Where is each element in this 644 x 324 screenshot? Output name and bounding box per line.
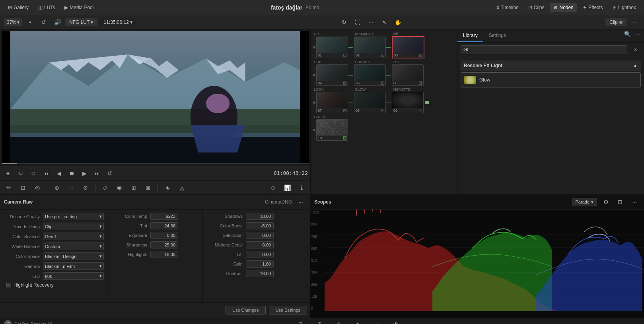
clear-search-icon[interactable]: ✕ <box>630 45 641 54</box>
search-icon[interactable]: 🔍 <box>622 29 633 39</box>
nav-luts[interactable]: ◫ LUTs <box>34 3 59 12</box>
highlights-value[interactable]: -18.00 <box>150 251 178 258</box>
bottom-tool-4[interactable]: ✦ <box>352 319 363 324</box>
timecode-display-secondary[interactable]: 11:35:06:12 ▾ <box>100 18 137 26</box>
grid-tool[interactable]: ⊞ <box>127 182 140 194</box>
gain-value[interactable]: 1.80 <box>246 260 274 268</box>
prev-btn[interactable]: ◀ <box>53 168 64 179</box>
pen-tool[interactable]: ✏ <box>2 182 15 194</box>
scope-tool[interactable]: 📊 <box>281 182 294 194</box>
node-04[interactable]: 04 ⏱ <box>316 64 348 86</box>
color-temp-value[interactable]: 6223 <box>150 213 178 220</box>
use-changes-btn[interactable]: Use Changes <box>226 306 266 314</box>
info-tool[interactable]: ℹ <box>295 182 308 194</box>
white-balance-select[interactable]: Custom ▾ <box>43 243 104 250</box>
fx-section-header[interactable]: Resolve FX Light ▲ <box>461 60 641 71</box>
zoom-btn[interactable]: 37% ▾ <box>4 18 22 26</box>
cursor-icon[interactable]: ↖ <box>379 17 390 27</box>
midtone-detail-value[interactable]: 0.00 <box>246 241 274 248</box>
highlight-recovery-checkbox[interactable]: ✓ <box>6 283 11 287</box>
nav-clips[interactable]: ⊡ Clips <box>524 3 549 12</box>
saturation-value[interactable]: 0.00 <box>246 232 274 239</box>
lift-value[interactable]: 0.00 <box>246 251 274 258</box>
nav-media-pool[interactable]: ▶ Media Pool <box>60 3 97 12</box>
lut-btn[interactable]: NFG LUT ▾ <box>65 18 97 26</box>
clip-btn[interactable]: Clip <box>605 18 626 26</box>
node-01[interactable]: 01 <box>316 37 348 58</box>
timeline-icon: ≡ <box>496 5 499 10</box>
tab-settings[interactable]: Settings <box>483 29 512 42</box>
audio-btn[interactable]: 🔊 <box>52 17 63 27</box>
bottom-tool-3[interactable]: ⊗ <box>333 319 344 324</box>
qualifier-tool[interactable]: ◇ <box>267 182 279 194</box>
show-icon[interactable]: ◎ <box>28 169 39 178</box>
fullscreen-icon[interactable]: ⛶ <box>352 17 363 27</box>
exposure-value[interactable]: 0.00 <box>150 232 178 239</box>
shadows-value[interactable]: 18.00 <box>246 213 274 220</box>
use-settings-btn[interactable]: Use Settings <box>269 306 307 314</box>
iso-select[interactable]: 800 ▾ <box>43 272 104 280</box>
node-10[interactable]: 10 <box>316 119 348 141</box>
decode-using-value: Clip <box>45 224 53 229</box>
shape-tool[interactable]: ◇ <box>99 182 111 194</box>
nav-lightbox[interactable]: ⊞ Lightbox <box>609 3 640 12</box>
fx-item-glow[interactable]: Glow <box>461 72 641 87</box>
decode-quality-select[interactable]: Use pro...setting ▾ <box>43 213 104 220</box>
node-08[interactable]: 08 ✦ <box>354 92 386 113</box>
progress-track[interactable] <box>2 163 309 164</box>
nav-gallery[interactable]: ⊞ Gallery <box>4 3 33 12</box>
fit-btn[interactable]: ● <box>25 17 36 27</box>
bottom-tool-5[interactable]: ♪ <box>371 319 382 324</box>
bottom-tool-6[interactable]: 👁 <box>390 319 401 324</box>
node-03[interactable]: 03 ≡ <box>392 36 424 58</box>
panel-more-icon[interactable]: ··· <box>633 29 644 39</box>
hand-icon[interactable]: ✋ <box>393 17 404 27</box>
nav-effects[interactable]: ✦ Effects <box>579 3 607 12</box>
dot-tool[interactable]: ◉ <box>113 182 126 194</box>
select-tool[interactable]: ⊡ <box>17 182 29 194</box>
loop-btn[interactable]: ↺ <box>38 17 49 27</box>
nav-timeline[interactable]: ≡ Timeline <box>492 3 523 12</box>
next-btn[interactable]: ⏭ <box>91 168 103 179</box>
camera-raw-more-icon[interactable]: ··· <box>295 197 306 207</box>
bottom-tool-2[interactable]: ⊞ <box>314 319 325 324</box>
loop-btn[interactable]: ↺ <box>104 168 115 179</box>
decode-using-select[interactable]: Clip ▾ <box>43 223 104 230</box>
bottom-tool-1[interactable]: ⊡ <box>295 319 306 324</box>
stop-btn[interactable]: ⏹ <box>66 168 77 179</box>
parade-btn[interactable]: Parade ▾ <box>572 198 597 206</box>
resize-tool[interactable]: ↔ <box>65 182 78 194</box>
tab-library[interactable]: Library <box>457 29 483 42</box>
scopes-resize-icon[interactable]: ⊡ <box>615 197 626 207</box>
scopes-more-icon[interactable]: ··· <box>629 197 640 207</box>
crop-tool[interactable]: ⊗ <box>79 182 92 194</box>
contrast-value[interactable]: 18.00 <box>246 270 274 277</box>
clip-view-icon[interactable]: ⊡ <box>15 169 26 178</box>
box-tool[interactable]: ⊠ <box>142 182 154 194</box>
circle-tool[interactable]: ◎ <box>31 182 44 194</box>
search-input[interactable] <box>461 45 627 54</box>
node-06[interactable]: 06 ⏱ <box>392 64 424 86</box>
sharpness-value[interactable]: 25.00 <box>150 241 178 248</box>
skip-back-btn[interactable]: ⏮ <box>41 168 52 179</box>
tint-value[interactable]: 24.36 <box>150 222 178 229</box>
gamma-select[interactable]: Blackm...n Film ▾ <box>43 262 104 270</box>
more-icon[interactable]: ··· <box>366 17 377 27</box>
play-btn[interactable]: ▶ <box>79 168 90 179</box>
scopes-settings-icon[interactable]: ⚙ <box>600 197 611 207</box>
eyedrop-tool[interactable]: ◈ <box>161 182 174 194</box>
marker-icon[interactable]: ◈ <box>2 169 14 178</box>
node-07[interactable]: 07 ⊞ <box>316 92 348 113</box>
mask-tool[interactable]: ◬ <box>175 182 188 194</box>
color-science-select[interactable]: Gen 1 ▾ <box>43 233 104 240</box>
refresh-icon[interactable]: ↻ <box>339 17 350 27</box>
node-09[interactable]: 09 ✏ <box>392 92 424 113</box>
color-space-select[interactable]: Blackm...Design ▾ <box>43 252 104 260</box>
color-boost-value[interactable]: -5.00 <box>246 222 274 229</box>
video-panel: ◈ ⊡ ◎ ⏮ ◀ ⏹ ▶ ⏭ ↺ 01:00:43:22 ✏ ⊡ ◎ ⊕ ↔ … <box>0 29 310 194</box>
node-05[interactable]: 05 ✏ <box>354 64 386 86</box>
clip-more-icon[interactable]: ··· <box>629 17 640 27</box>
nav-nodes[interactable]: ⊕ Nodes <box>550 3 577 12</box>
node-02[interactable]: 02 ≡ <box>354 37 386 58</box>
add-tool[interactable]: ⊕ <box>51 182 63 194</box>
